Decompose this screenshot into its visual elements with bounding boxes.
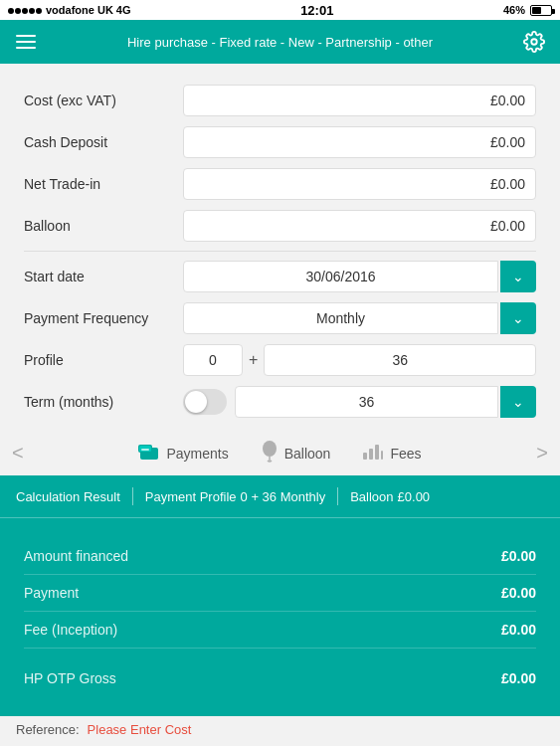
chevron-down-icon-3: ⌄ (512, 394, 524, 410)
payments-icon (138, 443, 160, 464)
menu-button[interactable] (12, 28, 40, 56)
results-spacer (24, 649, 536, 660)
status-time: 12:01 (300, 3, 333, 18)
results-header-divider2 (337, 487, 338, 505)
results-header-divider1 (132, 487, 133, 505)
balloon-header-label: Balloon (350, 489, 393, 504)
chevron-down-icon: ⌄ (512, 269, 524, 284)
svg-rect-9 (375, 445, 379, 460)
balloon-header-value: £0.00 (398, 489, 431, 504)
app-header: Hire purchase - Fixed rate - New - Partn… (0, 20, 560, 64)
fee-inception-row: Fee (Inception) £0.00 (24, 612, 536, 649)
carrier-label: vodafone UK (46, 4, 113, 16)
reference-label: Reference: (16, 722, 80, 737)
start-date-chevron[interactable]: ⌄ (500, 261, 536, 292)
profile-value1[interactable]: 0 (183, 344, 243, 376)
payment-value: £0.00 (501, 585, 536, 601)
net-trade-in-row: Net Trade-in £0.00 (0, 163, 560, 205)
form-area: Cost (exc VAT) £0.00 Cash Deposit £0.00 … (0, 64, 560, 431)
cash-deposit-row: Cash Deposit £0.00 (0, 121, 560, 163)
payment-profile-label: Payment Profile (145, 489, 237, 504)
term-row: Term (months) 36 ⌄ (0, 381, 560, 423)
balloon-icon (261, 441, 279, 466)
svg-rect-10 (381, 451, 383, 460)
page-title: Hire purchase - Fixed rate - New - Partn… (40, 35, 520, 50)
cost-label: Cost (exc VAT) (24, 93, 183, 108)
amount-financed-row: Amount financed £0.00 (24, 538, 536, 575)
hp-otp-gross-value: £0.00 (501, 670, 536, 686)
tab-payments-label: Payments (166, 446, 228, 462)
footer: Reference: Please Enter Cost (0, 716, 560, 743)
fee-inception-value: £0.00 (501, 622, 536, 638)
profile-row: Profile 0 + 36 (0, 339, 560, 381)
calculation-result-label: Calculation Result (16, 489, 120, 504)
start-date-dropdown[interactable]: 30/06/2016 ⌄ (183, 261, 536, 292)
payment-row: Payment £0.00 (24, 575, 536, 612)
settings-button[interactable] (520, 28, 548, 56)
term-toggle[interactable] (183, 389, 227, 415)
balloon-input[interactable]: £0.00 (183, 210, 536, 242)
prev-arrow[interactable]: < (0, 442, 36, 465)
svg-point-0 (531, 39, 537, 45)
cost-input[interactable]: £0.00 (183, 85, 536, 116)
net-trade-in-input[interactable]: £0.00 (183, 168, 536, 200)
balloon-row: Balloon £0.00 (0, 205, 560, 247)
term-dropdown[interactable]: 36 ⌄ (235, 386, 536, 418)
svg-point-5 (263, 441, 277, 457)
term-label: Term (months) (24, 394, 183, 410)
fee-inception-label: Fee (Inception) (24, 622, 117, 638)
results-area: Calculation Result Payment Profile 0 + 3… (0, 475, 560, 716)
tabs-inner: Payments Balloon (36, 441, 525, 466)
tab-fees-label: Fees (390, 446, 421, 462)
network-label: 4G (116, 4, 131, 16)
term-value: 36 (235, 386, 498, 418)
start-date-row: Start date 30/06/2016 ⌄ (0, 256, 560, 297)
svg-rect-7 (363, 453, 367, 460)
tab-fees[interactable]: Fees (362, 443, 421, 464)
payment-frequency-dropdown[interactable]: Monthly ⌄ (183, 302, 536, 334)
tabs-container: < Payments Balloo (0, 431, 560, 475)
svg-rect-8 (369, 449, 373, 460)
start-date-value: 30/06/2016 (183, 261, 498, 292)
amount-financed-value: £0.00 (501, 548, 536, 564)
payment-frequency-chevron[interactable]: ⌄ (500, 302, 536, 334)
net-trade-in-label: Net Trade-in (24, 176, 183, 192)
profile-inputs: 0 + 36 (183, 344, 536, 376)
start-date-label: Start date (24, 269, 183, 284)
cost-row: Cost (exc VAT) £0.00 (0, 80, 560, 121)
status-right: 46% (503, 4, 552, 16)
results-grid: Amount financed £0.00 Payment £0.00 Fee … (0, 518, 560, 716)
profile-value2[interactable]: 36 (264, 344, 536, 376)
term-chevron[interactable]: ⌄ (500, 386, 536, 418)
hp-otp-gross-row: HP OTP Gross £0.00 (24, 660, 536, 696)
fees-icon (362, 443, 384, 464)
battery-label: 46% (503, 4, 525, 16)
payment-frequency-value: Monthly (183, 302, 498, 334)
payment-frequency-row: Payment Frequency Monthly ⌄ (0, 297, 560, 339)
status-carrier: vodafone UK 4G (8, 4, 131, 16)
profile-plus-icon: + (249, 351, 258, 369)
tab-payments[interactable]: Payments (138, 443, 228, 464)
cash-deposit-input[interactable]: £0.00 (183, 126, 536, 158)
next-arrow[interactable]: > (524, 442, 560, 465)
amount-financed-label: Amount financed (24, 548, 128, 564)
tab-balloon[interactable]: Balloon (261, 441, 331, 466)
cash-deposit-label: Cash Deposit (24, 134, 183, 150)
chevron-down-icon-2: ⌄ (512, 310, 524, 326)
profile-label: Profile (24, 352, 183, 368)
svg-rect-4 (141, 449, 149, 451)
reference-value: Please Enter Cost (88, 722, 192, 737)
payment-frequency-label: Payment Frequency (24, 310, 183, 326)
battery-icon (530, 5, 552, 16)
payment-label: Payment (24, 585, 79, 601)
balloon-label: Balloon (24, 218, 183, 234)
payment-profile-value: 0 + 36 Monthly (241, 489, 326, 504)
status-bar: vodafone UK 4G 12:01 46% (0, 0, 560, 20)
results-header: Calculation Result Payment Profile 0 + 3… (0, 475, 560, 518)
separator-1 (24, 251, 536, 252)
tab-balloon-label: Balloon (284, 446, 331, 462)
hp-otp-gross-label: HP OTP Gross (24, 670, 116, 686)
